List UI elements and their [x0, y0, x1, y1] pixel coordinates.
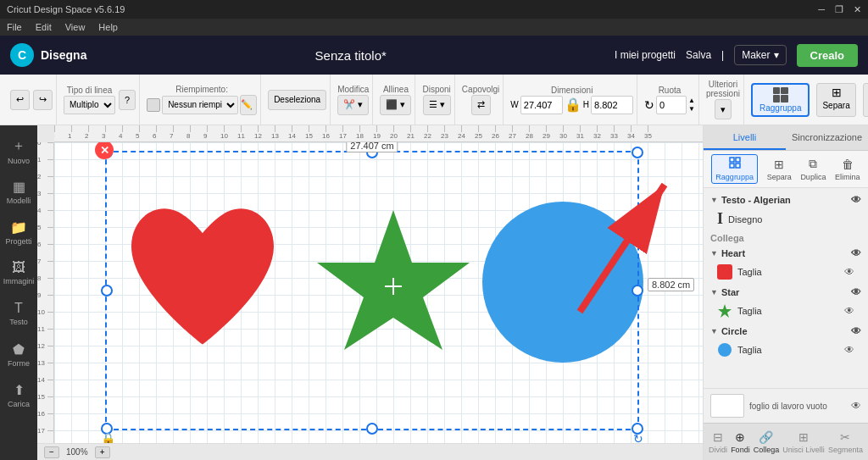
unisci-livelli-button[interactable]: ⊞ Unisci Livelli [782, 427, 825, 457]
line-type-group: Tipo di linea Multiplo ? [60, 75, 140, 125]
eye-icon-heart-item[interactable]: 👁 [844, 266, 854, 278]
group-section: Raggruppa ⊞ Separa ⧉ Duplica 🗑 Elimina [748, 75, 868, 125]
selection-box[interactable]: ✕ 🔒 ↻ 27.407 cm [105, 151, 639, 430]
disegno-item[interactable]: I Disegno [704, 208, 868, 230]
align-button[interactable]: ⬛ ▾ [380, 95, 411, 115]
rp-elimina-btn[interactable]: 🗑 Elimina [835, 158, 860, 181]
eye-icon-circle[interactable]: 👁 [851, 325, 861, 337]
width-input[interactable] [520, 96, 563, 114]
more-button[interactable]: ▾ [715, 99, 732, 119]
layer-item-heart[interactable]: Taglia 👁 [704, 262, 868, 282]
fill-color-swatch[interactable] [147, 98, 160, 112]
dimensions-col: Dimensioni W 🔒 H [510, 86, 633, 114]
star-color-swatch[interactable] [717, 303, 732, 319]
flip-button[interactable]: ⇄ [471, 95, 491, 115]
crealo-button[interactable]: Crealo [797, 44, 858, 67]
minimize-btn[interactable]: ─ [818, 4, 825, 15]
arrange-button[interactable]: ☰ ▾ [423, 95, 451, 115]
title-bar-controls[interactable]: ─ ❐ ✕ [818, 4, 861, 15]
menu-edit[interactable]: Edit [36, 22, 52, 32]
flip-label: Capovolgi [462, 85, 499, 94]
canvas-area[interactable]: 0123456789101112131415161718192021222324… [37, 125, 703, 460]
rp-raggruppa-btn[interactable]: Raggruppa [711, 154, 758, 184]
sidebar-models[interactable]: ▦ Modelli [3, 173, 34, 210]
eye-icon-star[interactable]: 👁 [851, 286, 861, 298]
maker-button[interactable]: Maker ▾ [734, 45, 786, 65]
layer-header-circle[interactable]: ▼ Circle 👁 [704, 323, 868, 340]
layer-header-star[interactable]: ▼ Star 👁 [704, 284, 868, 301]
zoom-out-btn[interactable]: − [44, 446, 59, 458]
maximize-btn[interactable]: ❐ [835, 4, 843, 15]
menu-help[interactable]: Help [98, 22, 118, 32]
layer-testo-label: Testo - Algerian [721, 195, 791, 205]
menu-file[interactable]: File [7, 22, 22, 32]
svg-rect-8 [730, 163, 734, 168]
height-input[interactable] [591, 96, 633, 114]
line-type-help[interactable]: ? [119, 90, 136, 110]
arrange-label: Disponi [422, 85, 450, 94]
canvas-eye-icon[interactable]: 👁 [851, 400, 861, 412]
line-type-select[interactable]: Multiplo [64, 96, 115, 114]
rp-separa-btn[interactable]: ⊞ Separa [767, 158, 792, 181]
sidebar-projects[interactable]: 📁 Progetti [3, 213, 34, 251]
rotate-spinners[interactable]: ▲ ▼ [688, 97, 695, 113]
handle-right-mid[interactable] [632, 285, 643, 297]
rotate-up[interactable]: ▲ [688, 97, 695, 104]
sidebar-new[interactable]: ＋ Nuovo [3, 132, 34, 169]
chevron-down-icon: ▾ [774, 49, 779, 61]
sidebar-text[interactable]: T Testo [3, 295, 34, 332]
align-label: Allinea [383, 85, 409, 94]
circle-color-swatch[interactable] [717, 342, 732, 357]
handle-left-mid[interactable] [101, 285, 113, 297]
layer-section-star: ▼ Star 👁 Taglia 👁 [704, 284, 868, 321]
handle-top-right[interactable] [632, 147, 643, 158]
raggruppa-button[interactable]: Raggruppa [751, 83, 810, 117]
separa-button[interactable]: ⊞ Separa [816, 83, 855, 117]
raggruppa-icon [773, 87, 788, 103]
sidebar-shapes[interactable]: ⬟ Forme [3, 335, 34, 373]
lock-icon[interactable]: 🔒 [565, 97, 581, 113]
eye-icon-heart[interactable]: 👁 [851, 247, 861, 259]
eye-icon-star-item[interactable]: 👁 [844, 305, 854, 317]
upload-icon: ⬆ [14, 382, 25, 398]
w-label: W [510, 100, 518, 109]
eye-icon-circle-item[interactable]: 👁 [844, 344, 854, 356]
tab-sincronizzazione[interactable]: Sincronizzazione [786, 125, 868, 150]
undo-button[interactable]: ↩ [10, 90, 30, 110]
deselect-button[interactable]: Deseleziona [268, 90, 326, 110]
fondi-button[interactable]: ⊕ Fondi [731, 427, 750, 457]
sidebar-upload[interactable]: ⬆ Carica [3, 376, 34, 413]
rp-duplica-btn[interactable]: ⧉ Duplica [800, 157, 826, 181]
layer-item-star[interactable]: Taglia 👁 [704, 301, 868, 321]
segmenta-button[interactable]: ✂ Segmenta [828, 427, 863, 457]
selection-lock-icon[interactable]: 🔒 [101, 432, 115, 443]
canvas-content[interactable]: ✕ 🔒 ↻ 27.407 cm 8.802 cm [54, 142, 703, 443]
tab-livelli[interactable]: Livelli [704, 125, 786, 150]
arrow-icon-testo: ▼ [710, 196, 718, 204]
fill-select[interactable]: Nessun riempimento [162, 96, 238, 114]
zoom-in-btn[interactable]: + [95, 446, 110, 458]
rotate-input[interactable] [656, 96, 687, 114]
eye-icon-testo[interactable]: 👁 [851, 194, 861, 206]
duplica-button[interactable]: ⧉ Duplica [863, 83, 868, 117]
edit-group: Modifica ✂️ ▾ [334, 75, 373, 125]
fill-edit-btn[interactable]: ✏️ [240, 95, 257, 115]
edit-button[interactable]: ✂️ ▾ [337, 95, 369, 115]
heart-color-swatch[interactable] [717, 264, 732, 280]
handle-bottom-mid[interactable] [366, 423, 378, 435]
layer-item-circle[interactable]: Taglia 👁 [704, 340, 868, 360]
save-button[interactable]: Salva [686, 49, 711, 61]
rotate-down[interactable]: ▼ [688, 105, 695, 113]
close-btn[interactable]: ✕ [854, 4, 861, 15]
my-projects-button[interactable]: I miei progetti [615, 49, 676, 61]
layer-header-heart[interactable]: ▼ Heart 👁 [704, 245, 868, 262]
layer-header-testo[interactable]: ▼ Testo - Algerian 👁 [704, 191, 868, 208]
redo-button[interactable]: ↪ [33, 90, 53, 110]
collega-button[interactable]: 🔗 Collega [754, 427, 780, 457]
sidebar-images[interactable]: 🖼 Immagini [3, 254, 34, 291]
vertical-ruler: 012345678910111213141516171819 [37, 142, 54, 443]
menu-view[interactable]: View [65, 22, 86, 32]
selection-rotate-icon[interactable]: ↻ [633, 432, 643, 443]
dividi-button[interactable]: ⊟ Dividi [709, 427, 727, 457]
layer-star-label: Star [721, 287, 739, 297]
